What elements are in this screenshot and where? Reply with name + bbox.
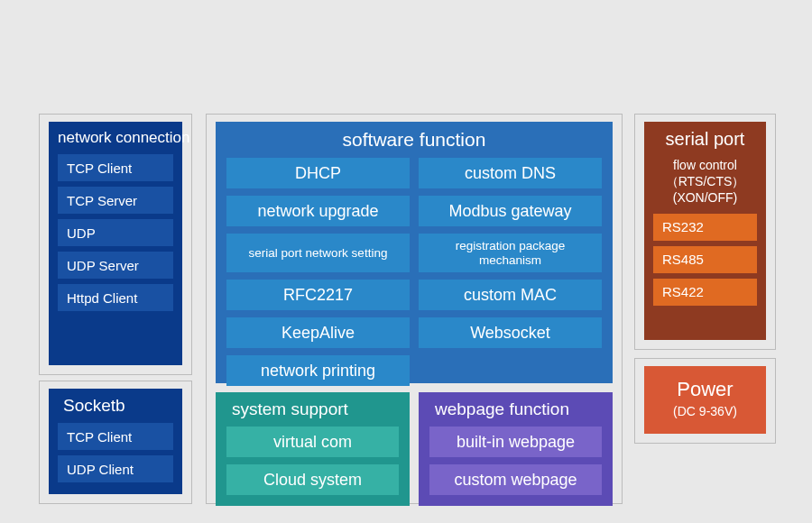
list-item: UDP Server — [58, 252, 173, 279]
list-item: TCP Client — [58, 423, 173, 450]
list-item: registration package mechanism — [419, 234, 602, 272]
list-item: Websocket — [419, 317, 602, 348]
software-function-grid: DHCP custom DNS network upgrade Modbus g… — [226, 158, 602, 393]
list-item: network printing — [226, 355, 410, 386]
list-item: RS422 — [653, 279, 757, 306]
power-title: Power — [677, 378, 733, 401]
list-item: KeepAlive — [226, 317, 410, 348]
socketb-title: Socketb — [58, 396, 173, 416]
list-item: custom webpage — [429, 464, 602, 495]
list-item: TCP Server — [58, 187, 173, 214]
list-item: RS232 — [653, 214, 757, 241]
list-item: serial port network setting — [226, 234, 410, 272]
list-item: RFC2217 — [226, 280, 410, 310]
system-support-title: system support — [226, 399, 399, 419]
list-item: virtual com — [226, 427, 399, 457]
serial-port-subtitle: flow control（RTS/CTS）(XON/OFF) — [653, 157, 757, 206]
list-item: UDP — [58, 219, 173, 246]
list-item: DHCP — [226, 158, 410, 188]
network-connection-title: network connection — [58, 129, 173, 147]
serial-port-title: serial port — [653, 129, 757, 150]
software-function-title: software function — [226, 129, 602, 151]
power-subtitle: (DC 9-36V) — [673, 403, 737, 419]
panel-socketb-inner: Socketb TCP Client UDP Client — [49, 389, 182, 494]
center-lower-row: system support virtual com Cloud system … — [216, 392, 613, 506]
list-item: UDP Client — [58, 455, 173, 482]
panel-serial-port-inner: serial port flow control（RTS/CTS）(XON/OF… — [644, 122, 766, 340]
panel-network-connection: network connection TCP Client TCP Server… — [39, 114, 192, 375]
diagram-canvas: network connection TCP Client TCP Server… — [0, 0, 812, 523]
list-item: custom DNS — [419, 158, 602, 188]
panel-center: software function DHCP custom DNS networ… — [206, 114, 623, 504]
list-item: Modbus gateway — [419, 196, 602, 226]
list-item: Httpd Client — [58, 284, 173, 311]
panel-system-support: system support virtual com Cloud system — [216, 392, 410, 506]
list-item: TCP Client — [58, 154, 173, 181]
list-item: Cloud system — [226, 464, 399, 495]
list-item: custom MAC — [419, 280, 602, 310]
list-item: RS485 — [653, 246, 757, 273]
list-item: network upgrade — [226, 196, 410, 226]
panel-webpage-function: webpage function built-in webpage custom… — [419, 392, 613, 506]
panel-software-function: software function DHCP custom DNS networ… — [216, 122, 613, 383]
panel-serial-port: serial port flow control（RTS/CTS）(XON/OF… — [634, 114, 776, 350]
webpage-function-title: webpage function — [429, 399, 602, 419]
panel-socketb: Socketb TCP Client UDP Client — [39, 381, 192, 504]
panel-network-connection-inner: network connection TCP Client TCP Server… — [49, 122, 182, 365]
panel-power: Power (DC 9-36V) — [634, 358, 776, 444]
list-item: built-in webpage — [429, 427, 602, 457]
panel-power-inner: Power (DC 9-36V) — [644, 366, 766, 434]
